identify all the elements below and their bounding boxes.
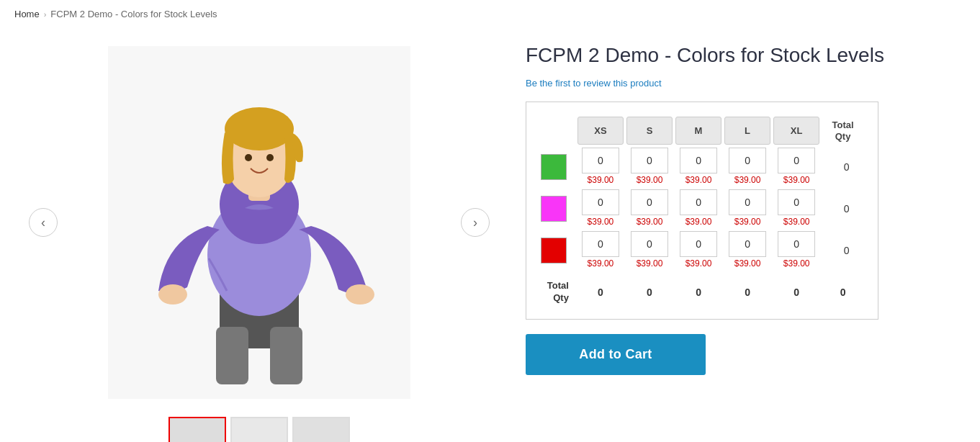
qty-input-pink-l[interactable] [729, 189, 766, 215]
cell-red-l: $39.00 [724, 231, 770, 270]
matrix-table: XS S M L XL TotalQty [538, 114, 866, 307]
cell-green-s: $39.00 [626, 148, 673, 186]
product-info: FCPM 2 Demo - Colors for Stock Levels Be… [526, 35, 966, 442]
price-green-s: $39.00 [637, 173, 663, 186]
product-images: ‹ [14, 35, 504, 442]
cell-green-l: $39.00 [724, 148, 770, 186]
matrix-container: XS S M L XL TotalQty [526, 102, 878, 320]
cell-red-xl: $39.00 [773, 231, 819, 270]
price-red-xl: $39.00 [783, 257, 810, 270]
thumbnail-3[interactable] [292, 417, 350, 442]
color-swatch-red [541, 238, 567, 263]
price-pink-xs: $39.00 [588, 215, 614, 228]
col-total-xl: 0 [773, 273, 819, 305]
cell-red-m: $39.00 [675, 231, 721, 270]
qty-input-red-s[interactable] [631, 231, 668, 257]
product-title: FCPM 2 Demo - Colors for Stock Levels [526, 42, 966, 68]
cell-red-xs: $39.00 [577, 231, 624, 270]
price-pink-s: $39.00 [637, 215, 663, 228]
price-green-xs: $39.00 [588, 173, 614, 186]
next-image-button[interactable]: › [461, 208, 490, 237]
svg-point-11 [245, 154, 252, 161]
qty-input-green-m[interactable] [680, 148, 717, 173]
cell-pink-xl: $39.00 [773, 189, 819, 228]
svg-rect-2 [216, 327, 248, 384]
breadcrumb-home-link[interactable]: Home [14, 9, 40, 19]
size-header-l: L [724, 117, 770, 145]
size-header-xl: XL [773, 117, 819, 145]
qty-input-red-m[interactable] [680, 231, 717, 257]
prev-image-button[interactable]: ‹ [29, 208, 58, 237]
breadcrumb: Home › FCPM 2 Demo - Colors for Stock Le… [0, 0, 980, 28]
cell-green-xl: $39.00 [773, 148, 819, 186]
cell-pink-l: $39.00 [724, 189, 770, 228]
product-main-image [108, 46, 410, 399]
qty-input-pink-xs[interactable] [582, 189, 619, 215]
thumbnail-2[interactable] [230, 417, 288, 442]
qty-input-pink-s[interactable] [631, 189, 668, 215]
main-image-wrapper: ‹ [14, 35, 504, 410]
cell-pink-m: $39.00 [675, 189, 721, 228]
review-link[interactable]: Be the first to review this product [526, 78, 966, 89]
color-row-green: $39.00 $39.00 $39.00 [541, 148, 863, 186]
breadcrumb-current: FCPM 2 Demo - Colors for Stock Levels [50, 9, 217, 19]
row-total-red: 0 [822, 231, 863, 270]
qty-input-pink-m[interactable] [680, 189, 717, 215]
color-swatch-green [541, 154, 567, 180]
price-red-s: $39.00 [637, 257, 663, 270]
price-green-m: $39.00 [685, 173, 712, 186]
size-header-s: S [626, 117, 673, 145]
price-green-xl: $39.00 [783, 173, 810, 186]
price-red-xs: $39.00 [588, 257, 614, 270]
qty-input-red-xs[interactable] [582, 231, 619, 257]
cell-green-m: $39.00 [675, 148, 721, 186]
cell-pink-xs: $39.00 [577, 189, 624, 228]
price-red-m: $39.00 [685, 257, 712, 270]
price-pink-xl: $39.00 [783, 215, 810, 228]
row-total-green: 0 [822, 148, 863, 186]
size-header-xs: XS [577, 117, 624, 145]
qty-input-green-s[interactable] [631, 148, 668, 173]
col-total-s: 0 [626, 273, 673, 305]
qty-input-red-l[interactable] [729, 231, 766, 257]
col-total-l: 0 [724, 273, 770, 305]
color-row-pink: $39.00 $39.00 $39.00 [541, 189, 863, 228]
cell-pink-s: $39.00 [626, 189, 673, 228]
cell-red-s: $39.00 [626, 231, 673, 270]
qty-input-green-l[interactable] [729, 148, 766, 173]
thumbnail-1[interactable] [168, 417, 226, 442]
breadcrumb-separator: › [44, 10, 47, 19]
price-pink-m: $39.00 [685, 215, 712, 228]
price-pink-l: $39.00 [734, 215, 761, 228]
qty-input-green-xl[interactable] [778, 148, 815, 173]
qty-input-green-xs[interactable] [582, 148, 619, 173]
qty-input-red-xl[interactable] [778, 231, 815, 257]
row-total-pink: 0 [822, 189, 863, 228]
svg-point-7 [346, 284, 374, 305]
grand-total: 0 [822, 273, 863, 305]
total-row-label: TotalQty [541, 273, 575, 305]
price-green-l: $39.00 [734, 173, 761, 186]
qty-input-pink-xl[interactable] [778, 189, 815, 215]
matrix-corner-cell [541, 117, 575, 145]
thumbnail-row [161, 417, 357, 442]
svg-point-10 [225, 107, 294, 150]
svg-point-12 [266, 154, 274, 161]
add-to-cart-button[interactable]: Add to Cart [526, 334, 706, 375]
col-total-xs: 0 [577, 273, 624, 305]
total-row: TotalQty 0 0 0 0 0 0 [541, 273, 863, 305]
color-swatch-pink [541, 196, 567, 222]
svg-rect-3 [270, 327, 302, 384]
product-page: ‹ [0, 28, 980, 442]
price-red-l: $39.00 [734, 257, 761, 270]
svg-point-6 [158, 284, 187, 305]
cell-green-xs: $39.00 [577, 148, 624, 186]
size-header-m: M [675, 117, 721, 145]
color-row-red: $39.00 $39.00 $39.00 [541, 231, 863, 270]
total-qty-header: TotalQty [822, 117, 863, 145]
col-total-m: 0 [675, 273, 721, 305]
